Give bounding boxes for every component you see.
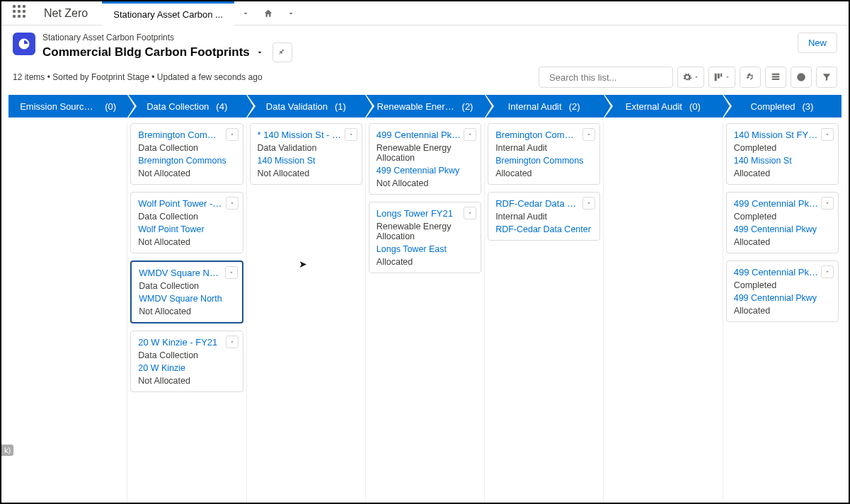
search-input[interactable] — [549, 72, 668, 83]
kanban-column[interactable]: * 140 Mission St - FY21Data Validation14… — [247, 123, 366, 504]
card-asset-link[interactable]: 499 Centennial Pkwy — [377, 166, 473, 176]
card-title-link[interactable]: Wolf Point Tower - FY... — [138, 198, 235, 209]
card-title-link[interactable]: 140 Mission St FY20 — [734, 130, 831, 140]
card-menu-button[interactable] — [225, 266, 238, 279]
card-menu-button[interactable] — [464, 128, 476, 141]
card-menu-button[interactable] — [582, 197, 595, 210]
kanban-column[interactable]: 140 Mission St FY20Completed140 Mission … — [723, 123, 842, 504]
card-title-link[interactable]: Bremington Common... — [495, 130, 592, 140]
card-asset-link[interactable]: Wolf Point Tower — [138, 224, 235, 234]
listview-switcher[interactable]: Commercial Bldg Carbon Footprints — [42, 42, 292, 62]
path-stage[interactable]: Completed(3) — [723, 95, 842, 118]
kanban-card[interactable]: * 140 Mission St - FY21Data Validation14… — [250, 123, 362, 185]
card-menu-button[interactable] — [345, 128, 357, 141]
card-title-link[interactable]: 20 W Kinzie - FY21 — [138, 337, 235, 348]
card-stage: Renewable Energy Allocation — [377, 143, 473, 163]
path-stage-label: Completed — [751, 101, 796, 112]
path-stage-count: (0) — [105, 101, 116, 112]
kanban-card[interactable]: 499 Centennial Pkwy ...Completed499 Cent… — [726, 192, 839, 253]
kanban-column[interactable]: Bremington Common...Internal AuditBremin… — [485, 123, 604, 504]
card-menu-button[interactable] — [226, 128, 239, 141]
card-title-link[interactable]: WMDV Square North ... — [139, 268, 234, 278]
chevron-down-icon — [725, 74, 730, 80]
filter-button[interactable] — [816, 67, 837, 88]
card-stage: Completed — [734, 212, 831, 222]
card-title-link[interactable]: * 140 Mission St - FY21 — [258, 130, 355, 140]
card-menu-button[interactable] — [464, 207, 476, 219]
card-title-link[interactable]: 499 Centennial Pkwy ... — [377, 130, 473, 140]
card-menu-button[interactable] — [821, 128, 834, 141]
kanban-column[interactable]: Bremington Common...Data CollectionBremi… — [127, 123, 246, 504]
card-asset-link[interactable]: 140 Mission St — [258, 156, 355, 166]
card-stage: Data Collection — [138, 143, 235, 153]
card-stage: Internal Audit — [495, 143, 592, 153]
cursor-indicator: ➤ — [299, 258, 307, 270]
pin-button[interactable] — [272, 42, 292, 62]
path-stage[interactable]: Data Collection(4) — [127, 95, 246, 118]
card-menu-button[interactable] — [226, 197, 239, 210]
listview-status: 12 items • Sorted by Footprint Stage • U… — [13, 72, 263, 82]
kanban-card[interactable]: Longs Tower FY21Renewable Energy Allocat… — [369, 202, 481, 273]
list-settings-button[interactable] — [677, 67, 704, 88]
pie-icon — [796, 72, 806, 82]
kanban-card[interactable]: Wolf Point Tower - FY...Data CollectionW… — [130, 192, 243, 253]
nav-tab-stationary-asset[interactable]: Stationary Asset Carbon ... — [102, 1, 234, 25]
search-box[interactable] — [539, 67, 673, 88]
nav-tab-label: Stationary Asset Carbon ... — [113, 9, 223, 20]
kanban-card[interactable]: Bremington Common...Internal AuditBremin… — [488, 123, 600, 185]
path-stage-count: (3) — [802, 101, 813, 112]
home-dropdown-icon[interactable] — [280, 1, 302, 25]
card-stage: Completed — [734, 143, 831, 153]
path-stage[interactable]: Internal Audit(2) — [485, 95, 604, 118]
card-asset-link[interactable]: WMDV Square North — [139, 294, 234, 304]
display-as-button[interactable] — [708, 67, 735, 88]
tab-dropdown-icon[interactable] — [234, 1, 257, 25]
card-menu-button[interactable] — [226, 336, 239, 348]
kanban-card[interactable]: 499 Centennial Pkwy ...Renewable Energy … — [369, 123, 481, 195]
new-button[interactable]: New — [798, 33, 837, 53]
path-stage-label: Renewable Energ... — [377, 101, 455, 112]
object-label: Stationary Asset Carbon Footprints — [42, 33, 292, 42]
corner-badge: k) — [1, 445, 13, 456]
path-stage-label: Emission Source ... — [20, 101, 98, 112]
path-stage[interactable]: Renewable Energ...(2) — [365, 95, 484, 118]
card-asset-link[interactable]: 20 W Kinzie — [138, 363, 235, 373]
kanban-card[interactable]: 499 Centennial Pkwy ...Completed499 Cent… — [726, 260, 839, 322]
kanban-column[interactable]: 499 Centennial Pkwy ...Renewable Energy … — [366, 123, 485, 504]
page-header: Stationary Asset Carbon Footprints Comme… — [1, 25, 849, 65]
card-asset-link[interactable]: Bremington Commons — [495, 156, 592, 166]
card-title-link[interactable]: 499 Centennial Pkwy ... — [734, 198, 831, 209]
global-header: Net Zero Stationary Asset Carbon ... — [1, 1, 849, 25]
edit-inline-button[interactable] — [765, 67, 786, 88]
kanban-card[interactable]: 20 W Kinzie - FY21Data Collection20 W Ki… — [130, 331, 243, 392]
home-icon[interactable] — [257, 1, 280, 25]
kanban-card[interactable]: RDF-Cedar Data Cent...Internal AuditRDF-… — [488, 192, 600, 241]
card-allocation: Not Allocated — [377, 178, 473, 188]
kanban-card[interactable]: Bremington Common...Data CollectionBremi… — [130, 123, 243, 185]
kanban-card[interactable]: 140 Mission St FY20Completed140 Mission … — [726, 123, 839, 185]
kanban-column[interactable] — [604, 123, 723, 504]
kanban-column[interactable] — [8, 123, 127, 504]
app-launcher-icon[interactable] — [13, 5, 30, 22]
path-stage[interactable]: Emission Source ...(0) — [8, 95, 127, 118]
path-stage[interactable]: External Audit(0) — [604, 95, 723, 118]
kanban-card[interactable]: WMDV Square North ...Data CollectionWMDV… — [130, 260, 243, 323]
card-title-link[interactable]: 499 Centennial Pkwy ... — [734, 267, 831, 277]
gear-icon — [682, 72, 692, 82]
card-title-link[interactable]: Bremington Common... — [138, 130, 235, 140]
kanban-board: Bremington Common...Data CollectionBremi… — [1, 123, 849, 504]
card-title-link[interactable]: RDF-Cedar Data Cent... — [495, 198, 592, 209]
refresh-button[interactable] — [740, 67, 761, 88]
card-asset-link[interactable]: 499 Centennial Pkwy — [734, 224, 831, 234]
card-asset-link[interactable]: Bremington Commons — [138, 156, 235, 166]
chart-button[interactable] — [791, 67, 812, 88]
card-asset-link[interactable]: 140 Mission St — [734, 156, 831, 166]
card-menu-button[interactable] — [582, 128, 595, 141]
card-asset-link[interactable]: 499 Centennial Pkwy — [734, 293, 831, 303]
card-title-link[interactable]: Longs Tower FY21 — [377, 208, 473, 219]
card-menu-button[interactable] — [821, 265, 834, 278]
card-asset-link[interactable]: RDF-Cedar Data Center — [495, 224, 592, 234]
card-menu-button[interactable] — [821, 197, 834, 210]
card-asset-link[interactable]: Longs Tower East — [377, 244, 473, 254]
path-stage[interactable]: Data Validation(1) — [246, 95, 365, 118]
